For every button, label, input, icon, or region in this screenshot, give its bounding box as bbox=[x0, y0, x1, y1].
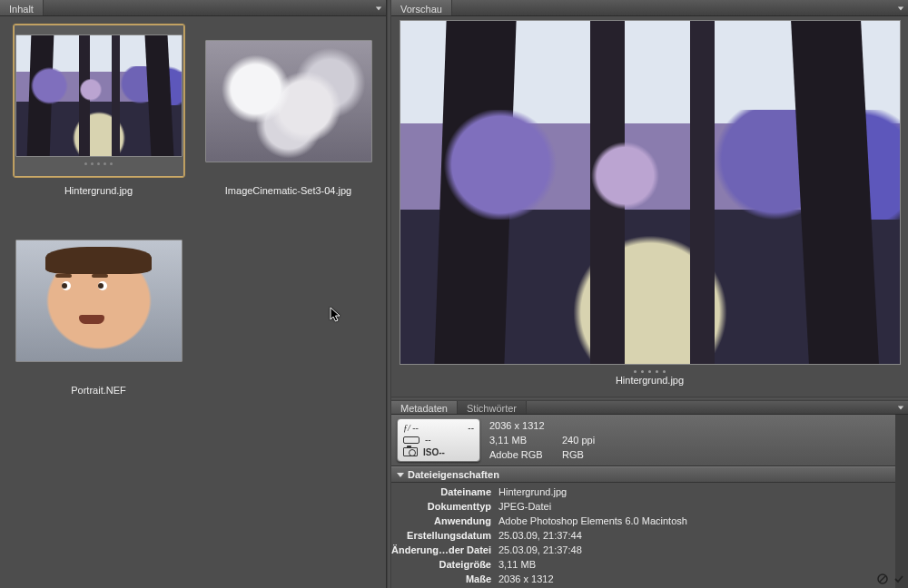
property-label: Änderung…der Datei bbox=[391, 544, 498, 555]
property-label: Dateigröße bbox=[391, 559, 498, 570]
thumbnail-item[interactable]: ImageCinematic-Set3-04.jpg bbox=[195, 24, 381, 196]
tab-keywords[interactable]: Stichwörter bbox=[458, 401, 527, 414]
property-value: JPEG-Datei bbox=[498, 501, 551, 512]
camera-icon bbox=[403, 447, 418, 456]
property-row: Dateigröße3,11 MB bbox=[391, 557, 895, 572]
tab-preview[interactable]: Vorschau bbox=[391, 0, 452, 15]
property-row: Erstellungsdatum25.03.09, 21:37:44 bbox=[391, 528, 895, 543]
svg-line-1 bbox=[880, 576, 885, 582]
cancel-icon[interactable] bbox=[877, 573, 888, 586]
thumbnail-frame[interactable] bbox=[202, 24, 375, 178]
apply-icon[interactable] bbox=[893, 573, 904, 586]
aperture-value: ƒ/ -- bbox=[403, 423, 419, 433]
thumbnail-item[interactable]: Hintergrund.jpg bbox=[5, 24, 192, 196]
thumbnail-image[interactable] bbox=[205, 40, 372, 162]
property-row: AnwendungAdobe Photoshop Elements 6.0 Ma… bbox=[391, 514, 895, 528]
section-title: Dateieigenschaften bbox=[408, 469, 499, 480]
meter-value: -- bbox=[425, 435, 431, 445]
thumbnail-filename: Portrait.NEF bbox=[71, 385, 126, 396]
camera-info-box: ƒ/ ---- -- ISO-- bbox=[397, 418, 480, 462]
exposure-meter-icon bbox=[403, 436, 419, 444]
summary-dimensions: 2036 x 1312 bbox=[489, 420, 562, 431]
summary-colormode: RGB bbox=[562, 449, 635, 460]
thumbnail-frame[interactable] bbox=[13, 223, 185, 377]
app-root: Inhalt Hintergrund.jpgImageCinematic-Set… bbox=[0, 0, 908, 588]
metadata-panel: Metadaten Stichwörter ƒ/ ---- -- ISO-- bbox=[391, 401, 908, 588]
preview-image[interactable] bbox=[400, 20, 901, 365]
thumbnail-filename: Hintergrund.jpg bbox=[64, 185, 133, 196]
property-label: Maße bbox=[391, 573, 498, 584]
thumbnail-image[interactable] bbox=[15, 240, 183, 362]
section-file-properties[interactable]: Dateieigenschaften bbox=[391, 466, 895, 483]
tab-content[interactable]: Inhalt bbox=[0, 0, 44, 15]
file-properties-list: DateinameHintergrund.jpgDokumenttypJPEG-… bbox=[391, 483, 895, 588]
property-row: DokumenttypJPEG-Datei bbox=[391, 499, 895, 514]
summary-filesize: 3,11 MB bbox=[489, 435, 562, 446]
rating-dots[interactable] bbox=[84, 162, 113, 168]
metadata-panel-menu[interactable] bbox=[893, 401, 908, 414]
preview-tabbar: Vorschau bbox=[391, 0, 908, 16]
property-row: Maße2036 x 1312 bbox=[391, 572, 895, 586]
metadata-summary: ƒ/ ---- -- ISO-- 2036 x 1312 3,11 MB 240… bbox=[391, 415, 895, 466]
thumbnail-frame[interactable] bbox=[13, 24, 185, 178]
property-value: Hintergrund.jpg bbox=[498, 486, 567, 497]
preview-rating-dots[interactable] bbox=[634, 370, 666, 373]
summary-resolution: 240 ppi bbox=[562, 435, 635, 446]
thumbnail-image[interactable] bbox=[15, 34, 183, 157]
property-value: 2036 x 1312 bbox=[498, 573, 554, 584]
thumbnail-grid[interactable]: Hintergrund.jpgImageCinematic-Set3-04.jp… bbox=[0, 16, 386, 588]
preview-filename: Hintergrund.jpg bbox=[616, 375, 684, 386]
metadata-scrollbar[interactable] bbox=[895, 415, 908, 588]
right-panel: Vorschau Hintergrund.jpg Metadaten Stich… bbox=[391, 0, 908, 588]
summary-colorspace: Adobe RGB bbox=[489, 449, 562, 460]
disclosure-triangle-icon bbox=[397, 473, 404, 477]
property-value: Adobe Photoshop Elements 6.0 Macintosh bbox=[498, 515, 687, 526]
shutter-value: -- bbox=[468, 423, 474, 433]
tab-metadata[interactable]: Metadaten bbox=[391, 401, 458, 414]
iso-value: ISO-- bbox=[423, 447, 445, 457]
property-label: Erstellungsdatum bbox=[391, 530, 498, 541]
preview-area[interactable]: Hintergrund.jpg bbox=[391, 16, 908, 397]
property-value: 3,11 MB bbox=[498, 559, 536, 570]
property-row: Änderung…der Datei25.03.09, 21:37:48 bbox=[391, 543, 895, 557]
property-label: Dateiname bbox=[391, 486, 498, 497]
metadata-tabbar: Metadaten Stichwörter bbox=[391, 401, 908, 415]
thumbnail-item[interactable]: Portrait.NEF bbox=[5, 223, 192, 396]
content-panel: Inhalt Hintergrund.jpgImageCinematic-Set… bbox=[0, 0, 387, 588]
thumbnail-filename: ImageCinematic-Set3-04.jpg bbox=[225, 185, 351, 196]
property-label: Dokumenttyp bbox=[391, 501, 498, 512]
status-bar bbox=[877, 573, 904, 586]
property-label: Anwendung bbox=[391, 515, 498, 526]
content-panel-menu[interactable] bbox=[371, 0, 386, 15]
content-tabbar: Inhalt bbox=[0, 0, 386, 16]
property-value: 25.03.09, 21:37:48 bbox=[498, 544, 582, 555]
property-row: DateinameHintergrund.jpg bbox=[391, 485, 895, 499]
property-value: 25.03.09, 21:37:44 bbox=[498, 530, 582, 541]
preview-panel-menu[interactable] bbox=[893, 0, 908, 15]
summary-grid: 2036 x 1312 3,11 MB 240 ppi Adobe RGB RG… bbox=[489, 418, 890, 462]
